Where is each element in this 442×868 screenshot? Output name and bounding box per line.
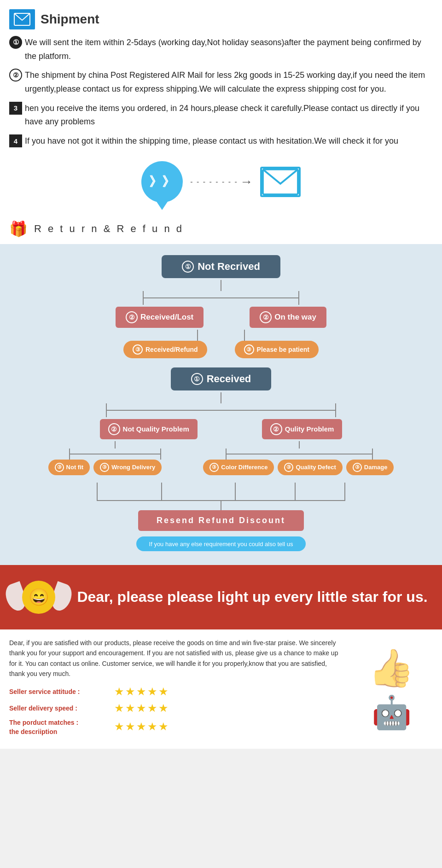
not-quality-box: ② Not Quality Problem [100, 419, 198, 439]
shipment-title: Shipment [41, 12, 99, 27]
v-c-left [197, 330, 198, 341]
seller-service-stars: ★ ★ ★ ★ ★ [114, 685, 169, 698]
quality-sub-connectors [9, 441, 433, 460]
if-you-box: If you have any else requirement you cou… [136, 536, 306, 551]
shipment-para-2: ② The shipment by china Post Registered … [9, 69, 433, 96]
return-title: R e t u r n & R e f u n d [34, 223, 184, 235]
quality-defect-box: ③ Quality Defect [278, 460, 342, 475]
bottom-h-line [97, 500, 345, 501]
connector-not-received [9, 280, 433, 291]
shipment-para-3: 3 hen you receive the items you ordered,… [9, 102, 433, 129]
left-v1 [115, 441, 116, 449]
seller-delivery-row: Seller delivery speed : ★ ★ ★ ★ ★ [9, 702, 343, 715]
seller-service-label: Seller service attitude : [9, 688, 110, 695]
envelope-outline [260, 167, 301, 197]
star-4: ★ [147, 685, 157, 698]
please-be-patient-box: ③ Please be patient [235, 341, 319, 358]
bv2 [161, 483, 162, 501]
star-1: ★ [114, 685, 124, 698]
received-refund-box: ③ Received/Refund [123, 341, 207, 358]
star-p3: ★ [136, 720, 146, 733]
pbp-num: ③ [244, 344, 254, 355]
shipment-section: Shipment ① We will sent the item within … [0, 0, 442, 216]
branch-boxes-1: ② Received/Lost ② On the way [9, 307, 433, 328]
v-connector-1 [221, 280, 221, 291]
bottom-lines-container [9, 483, 433, 501]
bl2-h [107, 410, 335, 411]
star-p2: ★ [125, 720, 135, 733]
num-badge-2: ② [9, 69, 22, 82]
quality-boxes: ② Not Quality Problem ② Qulity Problem [9, 419, 433, 439]
not-received-row: ① Not Recrived [9, 255, 433, 278]
bv1 [97, 483, 98, 501]
review-mascots: 👍 🤖 [350, 638, 433, 740]
qp-num: ② [270, 423, 282, 435]
star-d2: ★ [125, 702, 135, 715]
num-badge-4: 4 [9, 134, 22, 147]
connector-received [9, 392, 433, 403]
star-d5: ★ [158, 702, 169, 715]
qulity-problem-box: ② Qulity Problem [262, 419, 343, 439]
left-h-br [160, 449, 161, 460]
branch-right-v [298, 291, 299, 305]
mascot-container: 😄 [11, 574, 66, 620]
gift-icon: 🎁 [9, 220, 28, 238]
if-you-label: If you have any else requirement you cou… [149, 541, 293, 548]
num-badge-1: ① [9, 36, 22, 49]
star-3: ★ [136, 685, 146, 698]
review-section: Dear, if you are satisfied with our prod… [0, 629, 442, 749]
left-branch-col [69, 441, 161, 460]
bv5 [344, 483, 345, 501]
branch-h-line-1 [143, 291, 299, 305]
right-h-branch [226, 449, 373, 460]
arrow-diagram: 》》 - - - - - - - - → [9, 154, 433, 212]
received-num: ① [191, 373, 203, 385]
right-h-br [372, 449, 373, 460]
right-branch-col [226, 441, 373, 460]
resend-row: Resend Refund Discount [9, 510, 433, 531]
bottom-lines [69, 483, 373, 501]
speech-marks: 》》 [149, 173, 175, 191]
rr-num: ③ [133, 344, 143, 355]
review-text-area: Dear, if you are satisfied with our prod… [9, 638, 343, 740]
dashed-line: - - - - - - - - [190, 178, 238, 186]
product-matches-label: The porduct matches :the descriiption [9, 718, 110, 736]
right-sub-items: ③ Color Difference ③ Quality Defect ③ Da… [203, 460, 394, 475]
star-d3: ★ [136, 702, 146, 715]
arrow-head: → [240, 175, 253, 189]
quality-defect-label: Quality Defect [296, 464, 336, 471]
resend-box: Resend Refund Discount [138, 510, 304, 531]
received-lost-num: ② [126, 311, 138, 323]
v-c-right [244, 330, 245, 341]
review-para: Dear, if you are satisfied with our prod… [9, 638, 343, 679]
not-received-num: ① [182, 261, 194, 273]
on-the-way-num: ② [260, 311, 272, 323]
right-v1 [299, 441, 300, 449]
nf-num: ③ [55, 463, 64, 472]
page-wrapper: Shipment ① We will sent the item within … [0, 0, 442, 749]
not-quality-label: Not Quality Problem [123, 425, 189, 433]
left-h-line [70, 454, 160, 454]
product-matches-row: The porduct matches :the descriiption ★ … [9, 718, 343, 736]
cd-num: ③ [209, 463, 219, 472]
envelope-outline-svg [262, 168, 299, 196]
shipment-para3-text: hen you receive the items you ordered, i… [25, 102, 433, 129]
please-be-patient-label: Please be patient [257, 346, 309, 353]
branch-line-2 [9, 403, 433, 417]
on-the-way-box: ② On the way [250, 307, 326, 328]
star-p5: ★ [158, 720, 169, 733]
color-difference-label: Color Difference [221, 464, 268, 471]
star-p4: ★ [147, 720, 157, 733]
star-banner-text: Dear, please please light up every littl… [74, 588, 431, 607]
envelope-svg [14, 13, 30, 26]
dmg-num: ③ [353, 463, 362, 472]
v-c-received [221, 392, 221, 403]
received-label: Received [207, 373, 251, 385]
branch-h [144, 297, 298, 298]
star-5: ★ [158, 685, 169, 698]
sub-items-row: ③ Not fit ③ Wrong Delivery ③ Color Diffe… [9, 460, 433, 475]
left-h-branch [69, 449, 161, 460]
on-the-way-label: On the way [274, 313, 316, 322]
not-fit-box: ③ Not fit [48, 460, 90, 475]
received-refund-label: Received/Refund [145, 346, 198, 353]
